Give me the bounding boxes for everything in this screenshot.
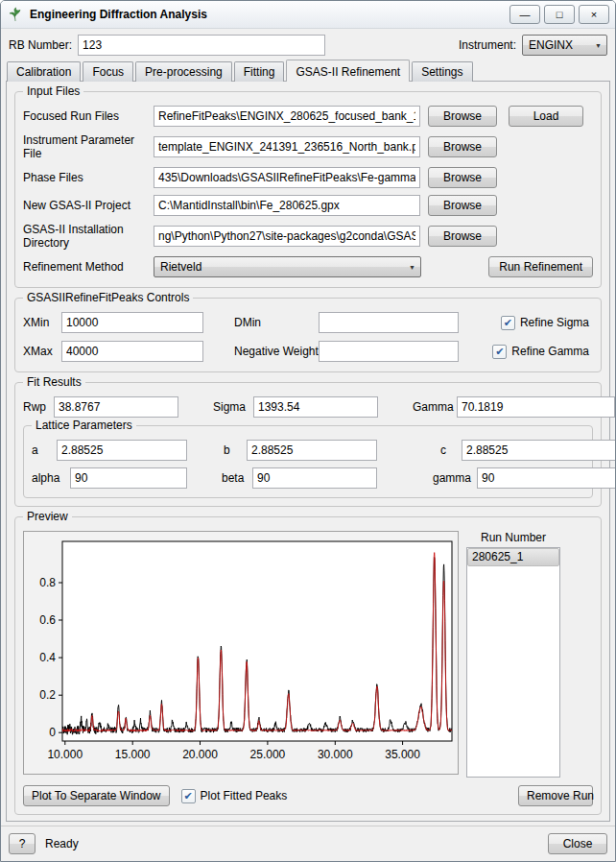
tab-pre-processing[interactable]: Pre-processing: [135, 61, 232, 82]
b-label: b: [224, 443, 247, 457]
beta-input[interactable]: [252, 467, 377, 489]
focused-run-files-row: Focused Run Files Browse Load: [23, 106, 593, 127]
run-number-label: Run Number: [466, 531, 560, 544]
tab-fitting[interactable]: Fitting: [234, 61, 285, 82]
svg-text:0.6: 0.6: [39, 613, 56, 627]
alpha-input[interactable]: [70, 467, 187, 489]
refinement-method-row: Refinement Method Rietveld ▼ Run Refinem…: [23, 256, 593, 277]
instrument-select[interactable]: ENGINX ▼: [522, 35, 607, 56]
tab-bar: Calibration Focus Pre-processing Fitting…: [1, 60, 615, 81]
run-refinement-button[interactable]: Run Refinement: [488, 256, 593, 277]
rwp-input[interactable]: [54, 396, 178, 418]
new-project-input[interactable]: [154, 195, 420, 216]
installation-directory-label: GSAS-II Installation Directory: [23, 223, 154, 250]
refine-sigma-label: Refine Sigma: [520, 316, 589, 329]
svg-text:35.000: 35.000: [385, 748, 420, 761]
phase-files-input[interactable]: [154, 167, 420, 188]
negative-weight-input[interactable]: [319, 341, 459, 362]
close-icon: ×: [591, 10, 597, 20]
beta-label: beta: [222, 471, 252, 485]
a-input[interactable]: [57, 440, 187, 461]
instrument-parameter-label: Instrument Parameter File: [23, 133, 154, 160]
svg-text:0.8: 0.8: [39, 576, 56, 589]
plot-fitted-peaks-label: Plot Fitted Peaks: [201, 789, 288, 802]
chevron-down-icon: ▼: [407, 264, 417, 271]
svg-text:0.4: 0.4: [39, 651, 56, 664]
svg-text:0: 0: [49, 726, 56, 739]
refine-sigma-checkbox[interactable]: ✔ Refine Sigma: [501, 316, 589, 330]
tab-focus[interactable]: Focus: [83, 61, 133, 82]
engineering-diffraction-window: Engineering Diffraction Analysis — □ × R…: [0, 0, 616, 862]
rb-number-input[interactable]: [78, 35, 325, 56]
lattice-row-abc: a b c: [32, 440, 584, 461]
diffraction-plot-canvas: 10.00015.00020.00025.00030.00035.00000.2…: [24, 532, 458, 774]
fit-results-row: Rwp Sigma Gamma: [23, 396, 593, 418]
tab-settings[interactable]: Settings: [412, 61, 472, 82]
alpha-label: alpha: [32, 471, 70, 485]
app-icon: [7, 6, 24, 23]
load-button[interactable]: Load: [509, 106, 583, 127]
instrument-parameter-input[interactable]: [154, 136, 420, 157]
checkbox-check-icon: ✔: [492, 345, 507, 359]
minimize-icon: —: [520, 10, 531, 20]
svg-text:25.000: 25.000: [250, 748, 286, 761]
instrument-value: ENGINX: [529, 38, 573, 52]
phase-files-label: Phase Files: [23, 171, 154, 184]
tab-calibration[interactable]: Calibration: [7, 61, 81, 82]
gamma-input[interactable]: [457, 396, 615, 418]
lattice-gamma-label: gamma: [433, 471, 477, 485]
remove-run-button[interactable]: Remove Run: [518, 785, 593, 806]
installation-directory-input[interactable]: [154, 226, 420, 247]
instrument-parameter-row: Instrument Parameter File Browse: [23, 133, 593, 160]
phase-files-browse-button[interactable]: Browse: [428, 167, 497, 188]
controls-group: GSASIIRefineFitPeaks Controls XMin DMin …: [14, 298, 602, 372]
title-bar: Engineering Diffraction Analysis — □ ×: [1, 1, 615, 29]
close-button[interactable]: Close: [548, 833, 607, 854]
focused-run-files-input[interactable]: [154, 106, 420, 127]
header-row: RB Number: Instrument: ENGINX ▼: [1, 29, 615, 60]
refinement-method-label: Refinement Method: [23, 260, 154, 274]
run-number-list[interactable]: 280625_1: [466, 547, 560, 778]
c-input[interactable]: [462, 440, 616, 461]
new-project-browse-button[interactable]: Browse: [428, 195, 497, 216]
tab-gsas-ii-refinement[interactable]: GSAS-II Refinement: [286, 60, 410, 82]
refinement-method-value: Rietveld: [160, 260, 201, 274]
refinement-method-select[interactable]: Rietveld ▼: [154, 256, 421, 277]
preview-body: 10.00015.00020.00025.00030.00035.00000.2…: [23, 531, 593, 778]
minimize-button[interactable]: —: [509, 5, 540, 24]
b-input[interactable]: [247, 440, 377, 461]
xmax-input[interactable]: [61, 341, 203, 362]
installation-directory-row: GSAS-II Installation Directory Browse: [23, 223, 593, 250]
close-window-button[interactable]: ×: [579, 5, 609, 24]
lattice-gamma-input[interactable]: [477, 467, 616, 489]
chevron-down-icon: ▼: [593, 42, 604, 49]
dmin-input[interactable]: [319, 312, 459, 333]
new-project-label: New GSAS-II Project: [23, 199, 154, 212]
instrument-parameter-browse-button[interactable]: Browse: [428, 136, 497, 157]
run-list-item[interactable]: 280625_1: [467, 548, 559, 566]
help-button[interactable]: ?: [9, 833, 36, 854]
focused-run-files-label: Focused Run Files: [23, 109, 154, 123]
run-number-column: Run Number 280625_1: [466, 531, 560, 778]
plot-separate-window-button[interactable]: Plot To Separate Window: [23, 785, 170, 806]
checkbox-check-icon: ✔: [181, 789, 196, 803]
fit-results-title: Fit Results: [23, 375, 85, 389]
xmax-label: XMax: [23, 345, 61, 358]
lattice-parameters-group: Lattice Parameters a b c alpha beta gamm…: [23, 425, 593, 498]
focused-run-files-browse-button[interactable]: Browse: [428, 106, 497, 127]
sigma-label: Sigma: [213, 400, 253, 414]
controls-row-2: XMax Negative Weight ✔ Refine Gamma: [23, 341, 593, 362]
plot-fitted-peaks-checkbox[interactable]: ✔ Plot Fitted Peaks: [181, 789, 288, 803]
svg-text:0.2: 0.2: [39, 688, 56, 702]
refine-gamma-checkbox[interactable]: ✔ Refine Gamma: [492, 345, 589, 359]
tab-content: Input Files Focused Run Files Browse Loa…: [6, 81, 610, 822]
fit-results-group: Fit Results Rwp Sigma Gamma Lattice Para…: [14, 382, 602, 507]
xmin-input[interactable]: [61, 312, 203, 333]
preview-controls: Plot To Separate Window ✔ Plot Fitted Pe…: [23, 785, 593, 806]
status-bar: ? Ready Close: [1, 826, 615, 861]
installation-directory-browse-button[interactable]: Browse: [428, 226, 497, 247]
instrument-label: Instrument:: [459, 38, 516, 52]
maximize-button[interactable]: □: [544, 5, 575, 24]
sigma-input[interactable]: [253, 396, 378, 418]
gamma-label: Gamma: [413, 400, 457, 414]
